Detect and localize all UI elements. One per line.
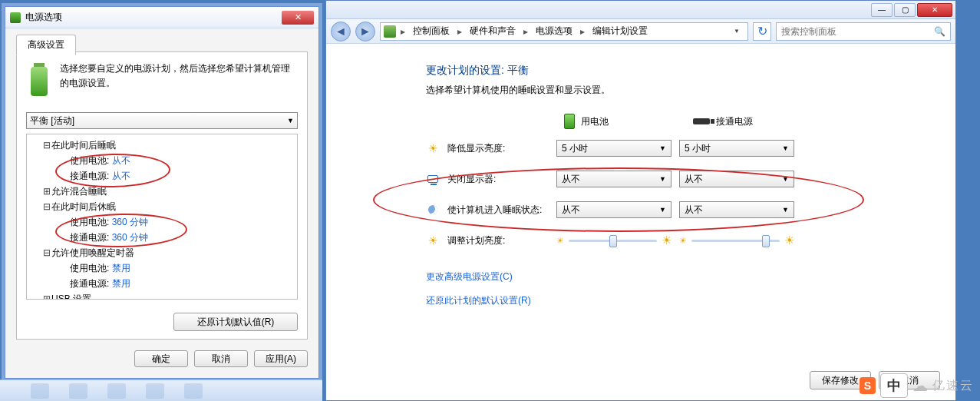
crumb-cp[interactable]: 控制面板 [410,23,453,39]
tree-hybrid-sleep[interactable]: ⊞允许混合睡眠 [28,184,295,199]
tree-row[interactable]: 使用电池: 从不 [28,153,295,168]
control-panel-icon [384,25,396,38]
sun-large-icon: ☀ [784,234,794,247]
link-restore-defaults[interactable]: 还原此计划的默认设置(R) [426,294,940,307]
chevron-down-icon: ▼ [782,206,789,214]
dim-plugged-select[interactable]: 5 小时▼ [679,140,794,157]
search-icon: 🔍 [934,26,945,37]
row-label: 降低显示亮度: [447,142,549,155]
row-sleep: 使计算机进入睡眠状态: 从不▼ 从不▼ [426,201,940,218]
sun-icon: ☀ [426,234,440,247]
window-titlebar[interactable]: — ▢ ✕ [326,1,955,19]
chevron-down-icon: ▼ [659,144,666,152]
ime-zh-badge: 中 [880,373,908,398]
power-options-advanced-dialog: 电源选项 ✕ 高级设置 选择您要自定义的电源计划，然后选择您希望计算机管理的电源… [5,6,319,379]
back-button[interactable]: ◄ [331,22,351,41]
refresh-button[interactable]: ↻ [753,22,771,41]
row-label: 调整计划亮度: [447,234,549,247]
close-button[interactable]: ✕ [282,11,314,25]
tree-row[interactable]: 使用电池: 禁用 [28,260,295,276]
tree-row[interactable]: 接通电源: 360 分钟 [28,230,295,245]
nav-toolbar: ◄ ► ▸控制面板 ▸硬件和声音 ▸电源选项 ▸编辑计划设置 ▼ ↻ 🔍 [326,19,955,44]
page-title: 更改计划的设置: 平衡 [426,64,940,78]
search-box[interactable]: 🔍 [776,22,951,41]
row-turn-off-display: 关闭显示器: 从不▼ 从不▼ [426,171,940,187]
link-advanced-settings[interactable]: 更改高级电源设置(C) [426,270,940,283]
collapse-icon[interactable]: ⊟ [42,201,51,212]
restore-plan-defaults-button[interactable]: 还原计划默认值(R) [173,313,298,331]
search-input[interactable] [781,26,934,37]
crumb-hw[interactable]: 硬件和声音 [467,23,519,39]
taskbar[interactable] [0,379,322,401]
crumb-edit[interactable]: 编辑计划设置 [589,23,651,39]
maximize-button[interactable]: ▢ [894,3,916,17]
ok-button[interactable]: 确定 [134,350,188,367]
brightness-battery-slider[interactable]: ☀ ☀ [556,232,671,249]
sleep-plugged-select[interactable]: 从不▼ [679,201,794,218]
sogou-logo: S [860,377,876,394]
expand-icon[interactable]: ⊞ [42,293,51,300]
plug-icon [693,118,710,124]
battery-large-icon [26,61,52,98]
chevron-down-icon: ▼ [659,175,666,183]
sun-icon: ☀ [426,141,440,155]
chevron-down-icon[interactable]: ▼ [729,28,744,35]
taskbar-icon[interactable] [184,383,203,399]
watermark-logos: S 中 ☁ 亿速云 [860,373,974,398]
svg-rect-1 [31,67,48,96]
column-headers: 用电池 接通电源 [564,114,940,129]
tree-row[interactable]: 接通电源: 从不 [28,168,295,184]
dialog-titlebar[interactable]: 电源选项 ✕ [5,7,318,28]
tree-row[interactable]: 接通电源: 禁用 [28,276,295,291]
tree-usb-settings[interactable]: ⊞USB 设置 [28,291,295,300]
sleep-battery-select[interactable]: 从不▼ [556,201,671,218]
moon-icon [426,203,440,217]
minimize-button[interactable]: — [871,3,893,17]
taskbar-icon[interactable] [31,383,49,399]
expand-icon[interactable]: ⊞ [42,186,51,197]
forward-button[interactable]: ► [355,22,375,41]
row-label: 使计算机进入睡眠状态: [447,204,549,217]
collapse-icon[interactable]: ⊟ [42,140,51,151]
off-battery-select[interactable]: 从不▼ [556,171,671,187]
tab-panel: 选择您要自定义的电源计划，然后选择您希望计算机管理的电源设置。 平衡 [活动] … [16,51,308,340]
svg-rect-0 [34,63,45,67]
settings-tree[interactable]: ⊟在此时间后睡眠 使用电池: 从不 接通电源: 从不 ⊞允许混合睡眠 ⊟在此时间… [26,134,298,300]
monitor-icon [426,172,440,186]
off-plugged-select[interactable]: 从不▼ [679,171,794,187]
links-area: 更改高级电源设置(C) 还原此计划的默认设置(R) [426,270,940,307]
close-button[interactable]: ✕ [917,3,952,17]
sun-small-icon: ☀ [679,236,687,246]
dim-battery-select[interactable]: 5 小时▼ [556,140,671,157]
chevron-down-icon: ▼ [782,175,789,183]
control-panel-window: — ▢ ✕ ◄ ► ▸控制面板 ▸硬件和声音 ▸电源选项 ▸编辑计划设置 ▼ ↻… [325,0,956,401]
row-label: 关闭显示器: [447,173,549,186]
tree-hibernate-after[interactable]: ⊟在此时间后休眠 [28,199,295,214]
chevron-down-icon: ▼ [287,117,294,124]
col-plugged-label: 接通电源 [716,115,753,128]
collapse-icon[interactable]: ⊟ [42,247,51,258]
cancel-button[interactable]: 取消 [194,350,248,367]
battery-icon [564,114,575,129]
sun-small-icon: ☀ [556,236,564,246]
chevron-down-icon: ▼ [782,144,789,152]
col-battery-label: 用电池 [581,115,609,128]
page-subtitle: 选择希望计算机使用的睡眠设置和显示设置。 [426,84,940,97]
tree-sleep-after[interactable]: ⊟在此时间后睡眠 [28,138,295,153]
crumb-pw[interactable]: 电源选项 [533,23,576,39]
sun-large-icon: ☀ [662,234,671,247]
tree-row[interactable]: 使用电池: 360 分钟 [28,214,295,230]
dialog-title: 电源选项 [25,11,62,24]
tree-wake-timers[interactable]: ⊟允许使用唤醒定时器 [28,245,295,260]
apply-button[interactable]: 应用(A) [254,350,308,367]
power-plan-select[interactable]: 平衡 [活动] ▼ [26,112,298,129]
taskbar-icon[interactable] [69,383,87,399]
battery-icon [10,12,21,23]
tab-advanced-settings[interactable]: 高级设置 [16,35,76,55]
row-brightness: ☀ 调整计划亮度: ☀ ☀ ☀ ☀ [426,232,940,249]
taskbar-icon[interactable] [107,383,126,399]
brightness-plugged-slider[interactable]: ☀ ☀ [679,232,794,249]
taskbar-icon[interactable] [146,383,164,399]
plan-select-value: 平衡 [活动] [30,114,74,128]
address-bar[interactable]: ▸控制面板 ▸硬件和声音 ▸电源选项 ▸编辑计划设置 ▼ [380,22,748,41]
